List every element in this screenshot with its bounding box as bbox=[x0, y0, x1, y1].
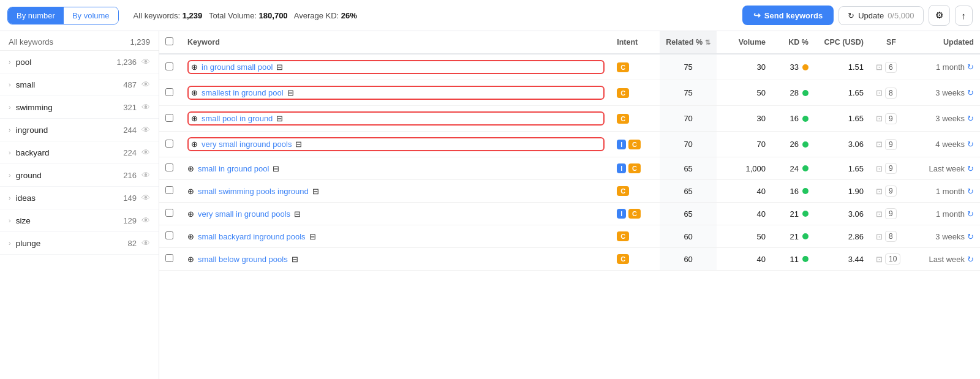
kd-value: 26 bbox=[790, 140, 799, 149]
sidebar-item-label: backyard bbox=[16, 148, 124, 157]
sidebar-item-size[interactable]: › size 129 👁 bbox=[0, 209, 159, 232]
eye-icon[interactable]: 👁 bbox=[141, 170, 150, 180]
kd-cell: 26 bbox=[772, 132, 815, 157]
kd-value: 16 bbox=[790, 187, 799, 196]
refresh-row-icon[interactable]: ↻ bbox=[967, 255, 974, 264]
top-bar: By number By volume All keywords: 1,239 … bbox=[0, 0, 980, 31]
sidebar-item-count: 244 bbox=[123, 126, 137, 135]
keyword-link[interactable]: small in ground pool bbox=[198, 164, 269, 173]
refresh-row-icon[interactable]: ↻ bbox=[967, 114, 974, 123]
row-checkbox[interactable] bbox=[165, 186, 173, 194]
eye-icon[interactable]: 👁 bbox=[141, 57, 150, 67]
row-checkbox[interactable] bbox=[165, 140, 173, 148]
sidebar-item-small[interactable]: › small 487 👁 bbox=[0, 73, 159, 96]
intent-badge-c: C bbox=[628, 163, 641, 173]
kd-value: 33 bbox=[790, 62, 799, 72]
keyword-link[interactable]: small swimming pools inground bbox=[198, 187, 309, 196]
intent-badge-c: C bbox=[617, 254, 629, 264]
eye-icon[interactable]: 👁 bbox=[141, 80, 150, 89]
kd-dot bbox=[802, 233, 809, 239]
related-pct-cell: 75 bbox=[660, 54, 717, 80]
intent-badge-c: C bbox=[617, 88, 629, 98]
settings-button[interactable]: ⚙ bbox=[929, 5, 950, 26]
intent-cell: C bbox=[611, 106, 660, 132]
sf-cell: ⊡ 9 bbox=[870, 180, 913, 203]
sidebar-item-ideas[interactable]: › ideas 149 👁 bbox=[0, 187, 159, 209]
updated-cell: 3 weeks ↻ bbox=[913, 225, 980, 248]
intent-badge-c: C bbox=[628, 140, 641, 149]
row-checkbox[interactable] bbox=[165, 254, 173, 262]
kd-value: 21 bbox=[790, 232, 799, 241]
refresh-row-icon[interactable]: ↻ bbox=[967, 209, 974, 219]
row-checkbox[interactable] bbox=[165, 88, 173, 96]
volume-cell: 50 bbox=[717, 80, 772, 106]
intent-badge-i: I bbox=[617, 163, 626, 173]
toggle-by-number[interactable]: By number bbox=[8, 7, 64, 24]
row-checkbox[interactable] bbox=[165, 114, 173, 122]
sidebar-item-inground[interactable]: › inground 244 👁 bbox=[0, 119, 159, 141]
col-related-pct[interactable]: Related % ⇅ bbox=[660, 31, 717, 54]
keyword-link[interactable]: very small inground pools bbox=[202, 140, 292, 149]
sidebar-item-pool[interactable]: › pool 1,236 👁 bbox=[0, 51, 159, 73]
volume-cell: 40 bbox=[717, 248, 772, 271]
sidebar-item-swimming[interactable]: › swimming 321 👁 bbox=[0, 96, 159, 119]
related-pct-cell: 65 bbox=[660, 203, 717, 225]
eye-icon[interactable]: 👁 bbox=[141, 193, 150, 203]
plus-icon: ⊕ bbox=[187, 232, 194, 241]
chevron-icon: › bbox=[9, 58, 11, 66]
send-keywords-button[interactable]: ↪ Send keywords bbox=[742, 6, 834, 25]
export-button[interactable]: ↑ bbox=[955, 6, 973, 26]
related-pct-cell: 75 bbox=[660, 80, 717, 106]
sidebar-item-plunge[interactable]: › plunge 82 👁 bbox=[0, 232, 159, 255]
row-checkbox[interactable] bbox=[165, 231, 173, 239]
toggle-by-volume[interactable]: By volume bbox=[64, 7, 118, 24]
row-checkbox[interactable] bbox=[165, 62, 173, 70]
sidebar-item-ground[interactable]: › ground 216 👁 bbox=[0, 164, 159, 187]
sf-cell: ⊡ 9 bbox=[870, 132, 913, 157]
table-row: ⊕ in ground small pool ⊟ C 75 30 33 1.51… bbox=[159, 54, 980, 80]
menu-icon: ⊟ bbox=[276, 114, 283, 123]
intent-cell: I C bbox=[611, 203, 660, 225]
related-pct-cell: 65 bbox=[660, 180, 717, 203]
eye-icon[interactable]: 👁 bbox=[141, 238, 150, 248]
kd-dot bbox=[802, 165, 809, 171]
eye-icon[interactable]: 👁 bbox=[141, 216, 150, 225]
keyword-cell: ⊕ in ground small pool ⊟ bbox=[187, 60, 605, 74]
related-pct-cell: 60 bbox=[660, 248, 717, 271]
sf-value: 8 bbox=[885, 88, 897, 99]
sf-value: 9 bbox=[885, 113, 897, 124]
refresh-row-icon[interactable]: ↻ bbox=[967, 187, 974, 196]
keyword-link[interactable]: small pool in ground bbox=[202, 114, 273, 123]
keyword-link[interactable]: small below ground pools bbox=[198, 255, 288, 264]
refresh-row-icon[interactable]: ↻ bbox=[967, 140, 974, 149]
refresh-row-icon[interactable]: ↻ bbox=[967, 232, 974, 241]
refresh-row-icon[interactable]: ↻ bbox=[967, 164, 974, 173]
col-kd: KD % bbox=[772, 31, 815, 54]
keyword-link[interactable]: very small in ground pools bbox=[198, 209, 290, 219]
kd-value: 11 bbox=[790, 255, 799, 264]
updated-cell: 1 month ↻ bbox=[913, 203, 980, 225]
keyword-link[interactable]: smallest in ground pool bbox=[202, 88, 284, 97]
eye-icon[interactable]: 👁 bbox=[141, 125, 150, 135]
eye-icon[interactable]: 👁 bbox=[141, 102, 150, 112]
keyword-link[interactable]: small backyard inground pools bbox=[198, 232, 306, 241]
row-checkbox[interactable] bbox=[165, 209, 173, 217]
chevron-icon: › bbox=[9, 239, 11, 247]
volume-cell: 40 bbox=[717, 203, 772, 225]
intent-badge-i: I bbox=[617, 209, 626, 219]
plus-icon: ⊕ bbox=[191, 62, 198, 72]
refresh-row-icon[interactable]: ↻ bbox=[967, 88, 974, 97]
menu-icon: ⊟ bbox=[295, 140, 302, 149]
row-checkbox[interactable] bbox=[165, 163, 173, 171]
refresh-row-icon[interactable]: ↻ bbox=[967, 62, 974, 72]
select-all-checkbox[interactable] bbox=[165, 37, 173, 45]
keyword-cell: ⊕ small pool in ground ⊟ bbox=[187, 111, 605, 126]
eye-icon[interactable]: 👁 bbox=[141, 148, 150, 157]
keyword-cell: ⊕ small swimming pools inground ⊟ bbox=[187, 187, 605, 196]
menu-icon: ⊟ bbox=[276, 62, 283, 72]
sidebar-item-backyard[interactable]: › backyard 224 👁 bbox=[0, 141, 159, 164]
updated-text: 3 weeks bbox=[935, 88, 965, 97]
chevron-icon: › bbox=[9, 171, 11, 179]
keyword-link[interactable]: in ground small pool bbox=[202, 62, 273, 72]
update-button[interactable]: ↻ Update 0/5,000 bbox=[839, 6, 923, 25]
